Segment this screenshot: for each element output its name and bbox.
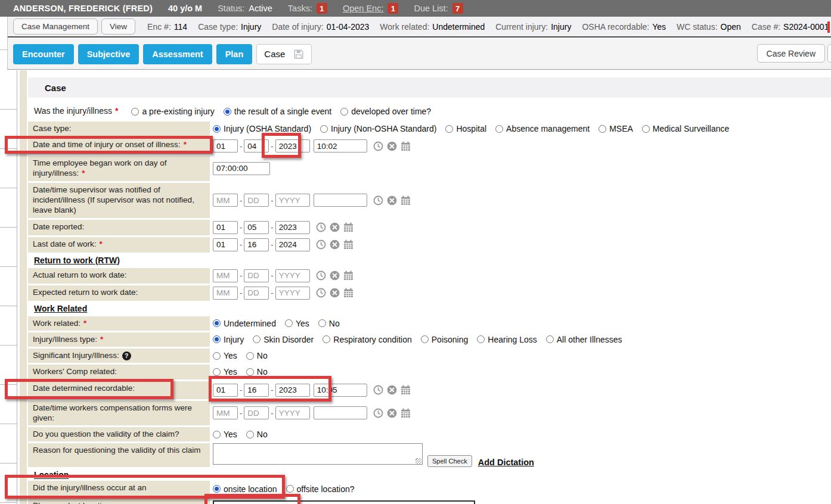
clock-icon[interactable] [316,222,326,232]
calendar-icon[interactable] [401,141,411,151]
case-management-button[interactable]: Case Management [13,18,98,35]
radio-circle[interactable] [253,335,261,343]
tab-encounter[interactable]: Encounter [13,44,74,64]
calendar-icon[interactable] [401,408,411,418]
time-began-work-input[interactable] [213,162,270,175]
radio-pre-existing[interactable]: a pre-existing injury [131,107,214,116]
radio-circle[interactable] [421,335,429,343]
tab-subjective[interactable]: Subjective [78,44,139,64]
clock-icon[interactable] [373,408,383,418]
save-floppy-icon[interactable] [293,49,304,60]
radio-skin-disorder[interactable]: Skin Disorder [253,335,314,344]
radio-respiratory-condition[interactable]: Respiratory condition [323,335,412,344]
add-dictation-link[interactable]: Add Dictation [478,458,534,467]
radio-circle-selected[interactable] [213,335,221,343]
case-review-button[interactable]: Case Review [757,44,825,63]
actual-rtw-month-input[interactable] [213,269,238,282]
supervisor-year-input[interactable] [275,194,310,207]
clock-icon[interactable] [316,239,326,250]
radio-circle[interactable] [340,108,348,116]
radio-circle[interactable] [599,125,606,133]
wc-forms-time-input[interactable] [314,406,367,419]
radio-circle-selected[interactable] [213,125,221,133]
clock-icon[interactable] [373,195,383,206]
radio-injury-osha[interactable]: Injury (OSHA Standard) [213,124,311,133]
last-work-year-input[interactable] [275,238,310,251]
clear-date-icon[interactable] [330,270,340,281]
tab-case-active[interactable]: Case [256,44,312,64]
expected-rtw-day-input[interactable] [244,287,269,300]
calendar-icon[interactable] [343,288,354,298]
clear-date-icon[interactable] [387,385,397,395]
clear-date-icon[interactable] [330,222,340,232]
radio-circle[interactable] [213,352,221,360]
open-enc-link[interactable]: Open Enc: [343,4,384,13]
reported-year-input[interactable] [275,221,310,234]
radio-onsite-location[interactable]: onsite location [213,484,277,494]
radio-wc-yes[interactable]: Yes [213,367,237,377]
radio-circle[interactable] [285,319,293,327]
radio-circle[interactable] [246,431,254,438]
calendar-icon[interactable] [401,195,411,206]
radio-work-related-yes[interactable]: Yes [285,319,309,328]
radio-hospital[interactable]: Hospital [445,124,486,133]
radio-validity-no[interactable]: No [246,430,268,439]
reported-month-input[interactable] [213,221,238,234]
view-button[interactable]: View [101,18,135,35]
calendar-icon[interactable] [343,222,354,232]
injury-year-input[interactable] [275,139,310,153]
clock-icon[interactable] [373,141,383,151]
spell-check-button[interactable]: Spell Check [427,455,472,467]
radio-circle[interactable] [320,125,328,133]
radio-circle[interactable] [546,335,554,343]
clock-icon[interactable] [316,270,326,281]
last-work-day-input[interactable] [244,238,269,251]
radio-offsite-location[interactable]: offsite location? [286,484,355,494]
clear-date-icon[interactable] [387,141,397,151]
injury-month-input[interactable] [213,139,238,153]
radio-circle[interactable] [213,368,221,376]
recordable-month-input[interactable] [213,384,238,397]
radio-injury-non-osha[interactable]: Injury (Non-OSHA Standard) [320,124,436,133]
radio-medical-surveillance[interactable]: Medical Surveillance [642,124,729,133]
radio-circle[interactable] [286,485,294,493]
expected-rtw-month-input[interactable] [213,287,238,300]
tasks-count-badge[interactable]: 1 [317,3,327,14]
radio-developed-over-time[interactable]: developed over time? [340,107,431,116]
radio-circle[interactable] [495,125,503,133]
radio-injury[interactable]: Injury [213,335,244,344]
radio-circle[interactable] [642,125,650,133]
radio-circle[interactable] [323,335,330,343]
supervisor-time-input[interactable] [314,194,367,207]
clear-date-icon[interactable] [330,239,340,250]
radio-circle[interactable] [445,125,453,133]
recordable-time-input[interactable] [314,384,367,397]
supervisor-day-input[interactable] [244,194,269,207]
radio-significant-no[interactable]: No [246,351,268,360]
calendar-icon[interactable] [401,385,411,395]
actual-rtw-year-input[interactable] [275,269,310,282]
recordable-day-input[interactable] [244,384,269,397]
clear-date-icon[interactable] [330,288,340,298]
radio-circle[interactable] [213,431,221,438]
resize-handle[interactable] [415,458,421,464]
tab-assessment[interactable]: Assessment [143,44,212,64]
calendar-icon[interactable] [343,239,354,250]
radio-work-related-no[interactable]: No [318,319,340,328]
clock-icon[interactable] [316,288,326,298]
injury-day-input[interactable] [244,139,269,153]
injury-time-input[interactable] [314,139,367,153]
radio-circle[interactable] [246,368,254,376]
radio-circle[interactable] [246,352,254,360]
radio-poisoning[interactable]: Poisoning [421,335,469,344]
radio-circle-selected[interactable] [213,485,221,493]
radio-absence-management[interactable]: Absence management [495,124,590,133]
radio-circle[interactable] [477,335,485,343]
last-work-month-input[interactable] [213,238,238,251]
wc-forms-year-input[interactable] [275,406,310,419]
radio-validity-yes[interactable]: Yes [213,430,237,439]
radio-msea[interactable]: MSEA [599,124,633,133]
wc-forms-day-input[interactable] [244,406,269,419]
help-icon[interactable]: ? [122,351,131,360]
expected-rtw-year-input[interactable] [275,287,310,300]
